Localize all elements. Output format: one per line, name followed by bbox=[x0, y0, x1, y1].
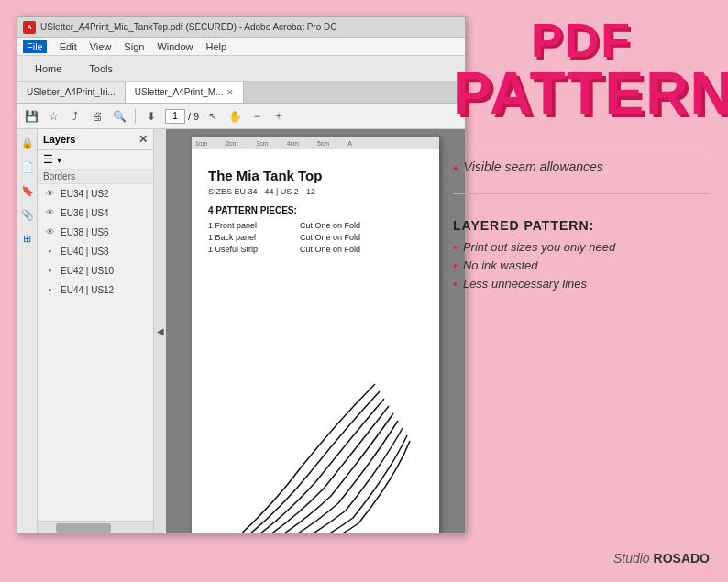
rosado-label: ROSADO bbox=[654, 551, 710, 566]
layers-close-icon[interactable]: ✕ bbox=[138, 133, 148, 146]
bookmarks-icon[interactable]: 🔖 bbox=[19, 182, 36, 199]
divider-2 bbox=[453, 193, 710, 194]
pdf-pattern-heading: PDF PATTERN bbox=[453, 16, 710, 123]
layer-name: EU42 | US10 bbox=[61, 266, 114, 276]
menu-file[interactable]: File bbox=[23, 40, 47, 53]
pattern-illustration bbox=[192, 375, 439, 533]
title-bar: A USletter_A4Print_Mia_TankTop.pdf (SECU… bbox=[17, 17, 465, 38]
layer-name: EU44 | US12 bbox=[61, 285, 114, 295]
menu-sign[interactable]: Sign bbox=[124, 41, 144, 52]
pattern-svg bbox=[192, 375, 439, 533]
menu-view[interactable]: View bbox=[90, 41, 112, 52]
page-navigation: / 9 bbox=[165, 109, 199, 124]
layers-title: Layers bbox=[43, 134, 75, 145]
pdf-page: 1cm 2cm 3cm 4cm 5cm A The Mia Tank Top S… bbox=[192, 137, 439, 533]
pdf-viewing-area: 1cm 2cm 3cm 4cm 5cm A The Mia Tank Top S… bbox=[166, 129, 465, 533]
bullet-item-2: • No ink wasted bbox=[453, 258, 710, 273]
pdf-icon: A bbox=[23, 21, 36, 34]
feature-item: • Visible seam allowances bbox=[453, 159, 710, 177]
piece-name: 1 Back panel bbox=[208, 233, 272, 242]
main-content: 🔒 📄 🔖 📎 ⊞ Layers ✕ ☰ ▾ Borders bbox=[17, 129, 465, 533]
piece-name: 1 Useful Strip bbox=[208, 245, 272, 254]
hand-icon[interactable]: ✋ bbox=[226, 108, 243, 125]
acrobat-window: A USletter_A4Print_Mia_TankTop.pdf (SECU… bbox=[17, 16, 466, 534]
layers-menu-icon[interactable]: ☰ bbox=[43, 153, 53, 166]
piece-instruction: Cut One on Fold bbox=[300, 245, 423, 254]
bullet-dot-icon: • bbox=[453, 240, 458, 255]
save-icon[interactable]: 💾 bbox=[23, 108, 39, 125]
lock-icon[interactable]: 🔒 bbox=[19, 135, 36, 151]
pdf-piece-row: 1 Back panel Cut One on Fold bbox=[208, 233, 423, 242]
menu-bar: File Edit View Sign Window Help bbox=[17, 38, 465, 56]
separator bbox=[135, 109, 136, 124]
page-separator: / bbox=[188, 111, 191, 122]
ruler: 1cm 2cm 3cm 4cm 5cm A bbox=[192, 137, 439, 149]
layers-controls: ☰ ▾ bbox=[38, 150, 153, 170]
tab-tools[interactable]: Tools bbox=[79, 60, 123, 77]
eye-icon[interactable]: 👁 bbox=[43, 187, 56, 200]
layers-dropdown-icon[interactable]: ▾ bbox=[57, 155, 61, 165]
menu-window[interactable]: Window bbox=[157, 41, 193, 52]
svg-marker-1 bbox=[358, 533, 365, 533]
piece-instruction: Cut One on Fold bbox=[300, 233, 423, 242]
layers-panel-header: Layers ✕ bbox=[38, 129, 153, 150]
print-icon[interactable]: 🖨 bbox=[89, 108, 105, 125]
pdf-content: The Mia Tank Top SIZES EU 34 - 44 | US 2… bbox=[208, 168, 423, 254]
bullet-dot-icon: • bbox=[453, 277, 458, 291]
list-item[interactable]: ▪ EU44 | US12 bbox=[38, 280, 153, 300]
cursor-icon[interactable]: ↖ bbox=[204, 108, 221, 125]
comment-icon[interactable]: 📎 bbox=[19, 206, 36, 223]
bullet-text: Less unnecessary lines bbox=[463, 277, 587, 291]
doc-tab-1[interactable]: USletter_A4Print_Iri... bbox=[17, 82, 126, 103]
layers-icon[interactable]: ⊞ bbox=[19, 230, 36, 247]
right-panel: PDF PATTERN • Visible seam allowances LA… bbox=[453, 16, 710, 295]
eye-icon: ▪ bbox=[43, 264, 56, 277]
pdf-document-title: The Mia Tank Top bbox=[208, 168, 423, 183]
bullet-item-3: • Less unnecessary lines bbox=[453, 277, 710, 291]
layer-name: EU34 | US2 bbox=[61, 189, 109, 199]
download-icon[interactable]: ⬇ bbox=[143, 108, 160, 125]
page-total: 9 bbox=[193, 111, 199, 122]
layer-name: EU36 | US4 bbox=[61, 208, 109, 218]
left-area: 🔒 📄 🔖 📎 ⊞ Layers ✕ ☰ ▾ Borders bbox=[17, 129, 166, 533]
pdf-piece-row: 1 Front panel Cut One on Fold bbox=[208, 221, 423, 230]
bullet-text: No ink wasted bbox=[463, 258, 538, 272]
bullet-item-1: • Print out sizes you only need bbox=[453, 240, 710, 255]
pdf-sizes: SIZES EU 34 - 44 | US 2 - 12 bbox=[208, 187, 423, 196]
divider-1 bbox=[453, 148, 710, 148]
zoom-fit-icon[interactable]: ＋ bbox=[270, 108, 287, 125]
eye-icon[interactable]: 👁 bbox=[43, 206, 56, 219]
page-input[interactable] bbox=[165, 109, 185, 124]
panel-collapse-arrow[interactable]: ◀ bbox=[153, 129, 166, 533]
list-item[interactable]: ▪ EU40 | US8 bbox=[38, 242, 153, 261]
panel-icons: 🔒 📄 🔖 📎 ⊞ bbox=[17, 129, 38, 533]
tab-home[interactable]: Home bbox=[25, 60, 72, 77]
bullet-text: Print out sizes you only need bbox=[463, 240, 615, 254]
pdf-pieces-heading: 4 PATTERN PIECES: bbox=[208, 205, 423, 215]
pdf-piece-row: 1 Useful Strip Cut One on Fold bbox=[208, 245, 423, 254]
layer-name: EU40 | US8 bbox=[61, 247, 109, 257]
list-item[interactable]: 👁 EU38 | US6 bbox=[38, 223, 153, 242]
share-icon[interactable]: ⤴ bbox=[67, 108, 83, 125]
layers-scrollbar[interactable] bbox=[38, 521, 153, 533]
layer-group-borders: Borders bbox=[38, 170, 153, 184]
list-item[interactable]: 👁 EU34 | US2 bbox=[38, 184, 153, 203]
close-tab-icon[interactable]: ✕ bbox=[226, 88, 234, 97]
bullet-dot-icon: • bbox=[453, 258, 458, 273]
doc-tab-2[interactable]: USletter_A4Print_M... ✕ bbox=[126, 82, 245, 103]
pages-icon[interactable]: 📄 bbox=[19, 159, 36, 175]
studio-label: Studio bbox=[613, 551, 650, 566]
doc-tab-row: USletter_A4Print_Iri... USletter_A4Print… bbox=[17, 82, 465, 104]
eye-icon[interactable]: 👁 bbox=[43, 225, 56, 238]
layered-pattern-title: LAYERED PATTERN: bbox=[453, 218, 710, 233]
eye-icon: ▪ bbox=[43, 283, 56, 296]
menu-edit[interactable]: Edit bbox=[60, 41, 77, 52]
zoom-out-icon[interactable]: − bbox=[248, 108, 265, 125]
zoom-in-icon[interactable]: 🔍 bbox=[111, 108, 127, 125]
list-item[interactable]: ▪ EU42 | US10 bbox=[38, 261, 153, 280]
list-item[interactable]: 👁 EU36 | US4 bbox=[38, 203, 153, 223]
feature-text: Visible seam allowances bbox=[464, 159, 603, 174]
menu-help[interactable]: Help bbox=[206, 41, 227, 52]
bookmark-icon[interactable]: ☆ bbox=[45, 108, 61, 125]
svg-rect-3 bbox=[192, 512, 215, 533]
